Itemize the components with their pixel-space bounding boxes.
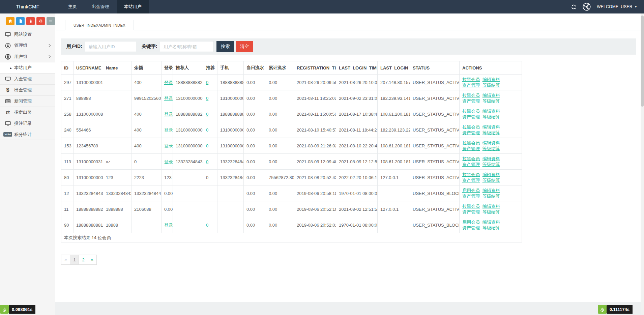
sidebar-item-bet-records[interactable]: 投注记录 (0, 118, 55, 129)
cell-username: 13323284843 (74, 185, 103, 201)
cell-login-link[interactable]: 登录 (164, 223, 173, 228)
page-prev[interactable]: « (61, 255, 70, 265)
page-2[interactable]: 2 (79, 255, 88, 265)
avatar[interactable] (583, 3, 591, 11)
keyword-input[interactable] (160, 41, 214, 52)
action-link[interactable]: 等级结算 (482, 209, 500, 215)
action-link[interactable]: 资产管理 (462, 114, 480, 120)
action-link[interactable]: 拉黑会员 (462, 124, 480, 130)
recycle-button[interactable]: ♻ (36, 17, 45, 25)
action-link[interactable]: 等级结算 (482, 98, 500, 104)
cell-refer-link[interactable]: 0 (206, 112, 208, 117)
tab-user-index[interactable]: USER_INDEXADMIN_INDEX (65, 20, 134, 30)
action-link[interactable]: 资产管理 (462, 130, 480, 136)
refresh-icon[interactable] (571, 4, 577, 10)
action-link[interactable]: 拉黑会员 (462, 77, 480, 82)
file-button[interactable] (16, 17, 25, 25)
action-link[interactable]: 等级结算 (482, 130, 500, 136)
action-link[interactable]: 编辑资料 (482, 203, 500, 209)
cell-last-login-ip: 108.61.200.181 (378, 138, 410, 154)
sidebar-item-site-settings[interactable]: 网站设置 (0, 29, 55, 40)
action-link[interactable]: 编辑资料 (482, 92, 500, 98)
list-button[interactable] (47, 17, 55, 25)
action-link[interactable]: 编辑资料 (482, 188, 500, 193)
home-button[interactable] (6, 17, 14, 25)
action-link[interactable]: 拉黑会员 (462, 92, 480, 98)
table-row: 29713100000001400登录188888888820188888888… (61, 75, 522, 90)
action-link[interactable]: 等级结算 (482, 177, 500, 183)
cell-refer: 0 (203, 170, 217, 185)
cell-refer-link[interactable]: 0 (206, 159, 208, 164)
action-link[interactable]: 编辑资料 (482, 172, 500, 177)
action-link[interactable]: 资产管理 (462, 146, 480, 151)
sidebar-item-points-stats[interactable]: VISA 积分统计 (0, 129, 55, 140)
action-link[interactable]: 等级结算 (482, 162, 500, 167)
action-link[interactable]: 等级结算 (482, 225, 500, 231)
table-row: 153123456789400登录13100000000013100000000… (61, 138, 522, 154)
sidebar-item-deposit-mgmt[interactable]: 入金管理 (0, 73, 55, 84)
page-next[interactable]: » (88, 255, 97, 265)
action-link[interactable]: 资产管理 (462, 98, 480, 104)
sidebar-item-site-users[interactable]: ▸ 本站用户 (0, 62, 55, 73)
action-link[interactable]: 拉黑会员 (462, 172, 480, 177)
cell-login-link[interactable]: 登录 (164, 143, 173, 148)
action-link[interactable]: 启用会员 (462, 219, 480, 225)
cell-total-flow: 0.00 (266, 75, 294, 90)
summary-row: 本次搜索结果:14 位会员 (61, 233, 522, 242)
action-link[interactable]: 启用会员 (462, 188, 480, 193)
cell-status: USER_STATUS_ACTIVATED (410, 106, 460, 122)
action-link[interactable]: 资产管理 (462, 225, 480, 231)
action-link[interactable]: 资产管理 (462, 193, 480, 199)
action-link[interactable]: 拉黑会员 (462, 203, 480, 209)
cell-login-link[interactable]: 登录 (164, 159, 173, 164)
sidebar-item-admin-group[interactable]: 管理组 (0, 40, 55, 51)
brand-logo[interactable]: ThinkCMF (0, 0, 55, 13)
action-link[interactable]: 资产管理 (462, 177, 480, 183)
main-content: USER_INDEXADMIN_INDEX 用户ID: 关键字: 搜索 清空 I… (56, 13, 644, 302)
cell-login-link[interactable]: 登录 (164, 112, 173, 117)
action-link[interactable]: 编辑资料 (482, 156, 500, 162)
cell-login-link[interactable]: 登录 (164, 96, 173, 101)
action-link[interactable]: 等级结算 (482, 146, 500, 151)
action-link[interactable]: 编辑资料 (482, 124, 500, 130)
sidebar-item-withdraw-mgmt[interactable]: $ 出金管理 (0, 84, 55, 95)
triangle-right-icon: ▸ (10, 66, 12, 70)
trash-button[interactable] (26, 17, 35, 25)
cell-refer-link[interactable]: 0 (206, 223, 208, 228)
page-1[interactable]: 1 (70, 255, 79, 265)
scrollbar-thumb[interactable] (641, 16, 644, 107)
cell-login: 登录 (162, 106, 173, 122)
action-link[interactable]: 资产管理 (462, 82, 480, 88)
cell-refer-link[interactable]: 0 (206, 143, 208, 148)
action-link[interactable]: 拉黑会员 (462, 140, 480, 146)
sidebar-item-news-mgmt[interactable]: 新闻管理 (0, 95, 55, 107)
action-link[interactable]: 等级结算 (482, 114, 500, 120)
vertical-scrollbar[interactable] (641, 13, 644, 315)
cell-refer-link[interactable]: 0 (206, 127, 208, 133)
sidebar-item-assign-prize[interactable]: ⇄ 指定出奖 (0, 107, 55, 118)
cell-login-link[interactable]: 登录 (164, 127, 173, 133)
user-dropdown[interactable]: WELCOME_USER ▼ (597, 4, 637, 9)
nav-item-withdraw-mgmt[interactable]: 出金管理 (84, 0, 117, 13)
cell-login-link[interactable]: 登录 (164, 80, 173, 85)
action-link[interactable]: 拉黑会员 (462, 108, 480, 114)
search-button[interactable]: 搜索 (216, 41, 234, 52)
action-link[interactable]: 等级结算 (482, 193, 500, 199)
sidebar-item-user-group[interactable]: 用户组 (0, 51, 55, 62)
action-link[interactable]: 等级结算 (482, 82, 500, 88)
action-link[interactable]: 编辑资料 (482, 219, 500, 225)
action-link[interactable]: 编辑资料 (482, 108, 500, 114)
nav-item-site-users[interactable]: 本站用户 (117, 0, 149, 13)
cell-phone: 13323284843 (217, 154, 244, 170)
action-link[interactable]: 资产管理 (462, 209, 480, 215)
cell-refer-link[interactable]: 0 (206, 96, 208, 101)
cell-refer-link[interactable]: 0 (206, 80, 208, 85)
nav-item-home[interactable]: 主页 (61, 0, 84, 13)
action-link[interactable]: 资产管理 (462, 162, 480, 167)
action-link[interactable]: 拉黑会员 (462, 156, 480, 162)
user-id-input[interactable] (85, 41, 136, 52)
action-link[interactable]: 编辑资料 (482, 140, 500, 146)
clear-button[interactable]: 清空 (236, 41, 253, 52)
action-link[interactable]: 编辑资料 (482, 77, 500, 82)
cell-name (103, 106, 131, 122)
